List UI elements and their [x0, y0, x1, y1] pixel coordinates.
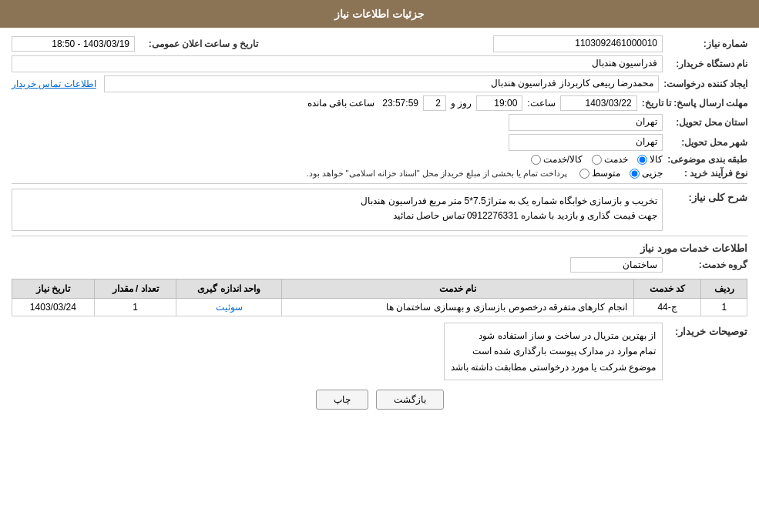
category-label-kala-khedmat: کالا/خدمت — [543, 154, 583, 165]
print-button[interactable]: چاپ — [316, 390, 368, 410]
page-title: جزئیات اطلاعات نیاز — [334, 8, 425, 20]
purchase-type-label-jozi: جزیی — [642, 168, 663, 179]
purchase-type-label: نوع فرآیند خرید : — [663, 168, 747, 179]
table-cell-unit: سوئیت — [176, 299, 282, 316]
buttons-row: بازگشت چاپ — [12, 390, 747, 410]
buyer-station-value: فدراسیون هندبال — [12, 55, 663, 72]
category-row: طبقه بندی موضوعی: کالا/خدمت خدمت کالا — [12, 154, 747, 165]
need-number-label: شماره نیاز: — [663, 38, 747, 49]
page-header: جزئیات اطلاعات نیاز — [0, 0, 759, 28]
response-deadline-label: مهلت ارسال پاسخ: تا تاریخ: — [637, 98, 747, 109]
days-value: 2 — [423, 95, 446, 111]
service-group-label: گروه خدمت: — [663, 259, 747, 270]
category-radio-khedmat[interactable] — [592, 155, 602, 165]
response-date-value: 1403/03/22 — [560, 95, 637, 111]
category-radio-group: کالا/خدمت خدمت کالا — [531, 154, 663, 165]
creator-value: محمدرضا ربیعی کاربرداز فدراسیون هندبال — [104, 75, 660, 92]
purchase-type-radio-jozi[interactable] — [630, 169, 640, 179]
city-label: شهر محل تحویل: — [663, 137, 747, 148]
divider-2 — [12, 236, 747, 236]
buyer-desc-box: از بهترین متریال در ساخت و ساز استفاده ش… — [444, 323, 663, 380]
category-label: طبقه بندی موضوعی: — [663, 154, 747, 165]
col-date: تاریخ نیاز — [12, 279, 95, 299]
category-option-kala-khedmat[interactable]: کالا/خدمت — [531, 154, 583, 165]
category-option-khedmat[interactable]: خدمت — [592, 154, 628, 165]
table-cell-code: ج-44 — [633, 299, 701, 316]
buyer-station-label: نام دستگاه خریدار: — [663, 59, 747, 69]
services-table-body: 1ج-44انجام کارهای متفرقه درخصوص بازسازی … — [12, 299, 747, 316]
creator-label: ایجاد کننده درخواست: — [659, 79, 747, 89]
need-desc-row: شرح کلی نیاز: تخریب و بازسازی خوابگاه شم… — [12, 189, 747, 231]
purchase-type-row: نوع فرآیند خرید : متوسط جزیی پرداخت تمام… — [12, 168, 747, 179]
category-option-kala[interactable]: کالا — [637, 154, 663, 165]
purchase-type-radio-group: متوسط جزیی — [579, 168, 663, 179]
need-desc-value: تخریب و بازسازی خوابگاه شماره یک به مترا… — [12, 189, 663, 231]
table-row: 1ج-44انجام کارهای متفرقه درخصوص بازسازی … — [12, 299, 747, 316]
col-code: کد خدمت — [633, 279, 701, 299]
need-number-value: 1103092461000010 — [493, 35, 663, 52]
days-label: روز و — [446, 98, 476, 109]
response-time-value: 19:00 — [476, 95, 522, 111]
province-value: تهران — [509, 114, 663, 131]
col-unit: واحد اندازه گیری — [176, 279, 282, 299]
city-row: شهر محل تحویل: تهران — [12, 134, 747, 151]
purchase-type-note: پرداخت تمام یا بخشی از مبلغ خریداز محل "… — [306, 169, 567, 179]
response-time-label: ساعت: — [522, 98, 559, 109]
service-group-row: گروه خدمت: ساختمان — [12, 257, 747, 273]
page-wrapper: جزئیات اطلاعات نیاز شماره نیاز: 11030924… — [0, 0, 759, 532]
creator-row: ایجاد کننده درخواست: محمدرضا ربیعی کاربر… — [12, 75, 747, 92]
service-group-value: ساختمان — [570, 257, 663, 273]
province-label: استان محل تحویل: — [663, 117, 747, 128]
services-table: ردیف کد خدمت نام خدمت واحد اندازه گیری ت… — [12, 279, 747, 316]
category-label-kala: کالا — [650, 154, 663, 165]
province-row: استان محل تحویل: تهران — [12, 114, 747, 131]
purchase-type-label-motawaset: متوسط — [592, 168, 620, 179]
service-info-title: اطلاعات خدمات مورد نیاز — [12, 243, 747, 254]
table-cell-name: انجام کارهای متفرقه درخصوص بازسازی و بهس… — [282, 299, 634, 316]
category-radio-kala-khedmat[interactable] — [531, 155, 541, 165]
divider-1 — [12, 183, 747, 184]
table-cell-date: 1403/03/24 — [12, 299, 95, 316]
buyer-desc-label: توصیحات خریدار: — [663, 323, 747, 337]
buyer-desc-text: از بهترین متریال در ساخت و ساز استفاده ش… — [451, 330, 656, 373]
services-table-header: ردیف کد خدمت نام خدمت واحد اندازه گیری ت… — [12, 279, 747, 299]
category-radio-kala[interactable] — [637, 155, 647, 165]
response-deadline-row: مهلت ارسال پاسخ: تا تاریخ: 1403/03/22 سا… — [12, 95, 747, 111]
need-number-row: شماره نیاز: 1103092461000010 تاریخ و ساع… — [12, 35, 747, 52]
buyer-desc-row: توصیحات خریدار: از بهترین متریال در ساخت… — [12, 323, 747, 380]
purchase-type-radio-motawaset[interactable] — [579, 169, 589, 179]
col-quantity: تعداد / مقدار — [94, 279, 176, 299]
category-label-khedmat: خدمت — [604, 154, 628, 165]
need-desc-text: تخریب و بازسازی خوابگاه شماره یک به مترا… — [361, 196, 657, 221]
table-cell-quantity: 1 — [94, 299, 176, 316]
col-name: نام خدمت — [282, 279, 634, 299]
content-area: شماره نیاز: 1103092461000010 تاریخ و ساع… — [0, 28, 759, 423]
remaining-label: ساعت باقی مانده — [304, 98, 378, 109]
table-cell-row: 1 — [701, 299, 747, 316]
need-desc-label: شرح کلی نیاز: — [663, 189, 747, 203]
back-button[interactable]: بازگشت — [376, 390, 444, 410]
purchase-type-option-jozi[interactable]: جزیی — [630, 168, 663, 179]
contact-info-link[interactable]: اطلاعات تماس خریدار — [12, 79, 96, 89]
col-row: ردیف — [701, 279, 747, 299]
purchase-type-option-motawaset[interactable]: متوسط — [579, 168, 620, 179]
announcement-date-label: تاریخ و ساعت اعلان عمومی: — [135, 38, 258, 49]
city-value: تهران — [509, 134, 663, 151]
announcement-date-value: 1403/03/19 - 18:50 — [12, 36, 135, 52]
buyer-station-row: نام دستگاه خریدار: فدراسیون هندبال — [12, 55, 747, 72]
remaining-value: 23:57:59 — [378, 98, 423, 109]
